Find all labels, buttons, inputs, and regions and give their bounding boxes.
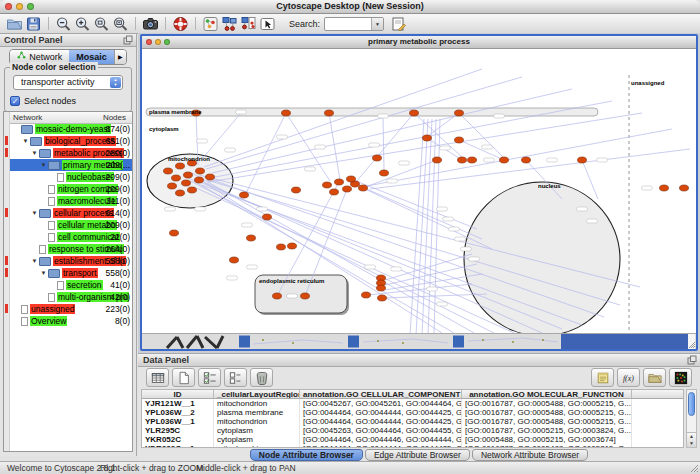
select-nodes-checkbox[interactable]: ✓: [10, 96, 20, 106]
network-graph[interactable]: plasma membranecytoplasmmitochondrionnuc…: [142, 49, 694, 334]
tree-row[interactable]: macromolecule311(0): [10, 195, 132, 207]
table-row[interactable]: YLR295Ccytoplasm[GO:0045263, GO:0044464,…: [142, 426, 683, 435]
search-dropdown-arrow[interactable]: ▼: [371, 18, 383, 30]
network-node[interactable]: [172, 175, 181, 181]
attribute-table-icon[interactable]: [146, 368, 169, 387]
network-node[interactable]: [282, 110, 291, 116]
float-panel-icon[interactable]: [687, 355, 697, 365]
matrix-icon[interactable]: [669, 368, 692, 387]
tree-row[interactable]: ▼biological_process651(0): [10, 135, 132, 147]
select-mode-icon[interactable]: [259, 16, 276, 32]
network-node[interactable]: [277, 244, 286, 250]
tab-node-attribute-browser[interactable]: Node Attribute Browser: [250, 449, 363, 461]
network-node[interactable]: [240, 192, 249, 198]
network-node[interactable]: [176, 163, 185, 169]
import-folder-icon[interactable]: [643, 368, 666, 387]
network-node[interactable]: [343, 186, 352, 192]
zoom-button[interactable]: [27, 3, 34, 10]
network-node[interactable]: [347, 176, 356, 182]
network-node[interactable]: [168, 183, 177, 189]
network-node[interactable]: [325, 110, 334, 116]
color-attribute-dropdown[interactable]: transporter activity ▲▼: [13, 75, 123, 90]
maximize-icon[interactable]: [164, 39, 170, 45]
float-panel-icon[interactable]: [123, 35, 133, 45]
network-node[interactable]: [660, 185, 669, 191]
network-node[interactable]: [247, 235, 256, 241]
close-button[interactable]: [5, 3, 12, 10]
network-edit-icon[interactable]: [221, 16, 238, 32]
network-node[interactable]: [184, 172, 193, 178]
network-node[interactable]: [263, 214, 272, 220]
network-node[interactable]: [468, 157, 477, 163]
tree-row[interactable]: ▼transport558(0): [10, 267, 132, 279]
network-node[interactable]: [380, 170, 389, 176]
tree-row[interactable]: unassigned223(0): [10, 303, 132, 315]
network-node[interactable]: [301, 293, 310, 299]
tree-row[interactable]: ▼primary metabo209(...: [10, 159, 132, 171]
tree-row[interactable]: ▼establishment of lo558(0): [10, 255, 132, 267]
network-node[interactable]: [578, 157, 587, 163]
tree-row[interactable]: nitrogen compo209(0): [10, 183, 132, 195]
tree-row[interactable]: Overview8(0): [10, 315, 132, 327]
delete-attribute-icon[interactable]: [250, 368, 273, 387]
network-node[interactable]: [433, 157, 442, 163]
network-overview-icon[interactable]: [240, 16, 257, 32]
scrollbar-arrows[interactable]: ▲▼: [687, 432, 696, 447]
table-row[interactable]: YPL036W__1mitochondrion[GO:0044464, GO:0…: [142, 417, 683, 426]
network-node[interactable]: [410, 110, 419, 116]
network-node[interactable]: [188, 187, 197, 193]
zoom-in-icon[interactable]: [74, 16, 91, 32]
table-row[interactable]: YKR052Ccytoplasm[GO:0044464, GO:0044446,…: [142, 435, 683, 444]
network-node[interactable]: [323, 182, 332, 188]
tree-row[interactable]: secretion41(0): [10, 279, 132, 291]
open-icon[interactable]: [6, 16, 23, 32]
network-canvas[interactable]: plasma membranecytoplasmmitochondrionnuc…: [142, 49, 696, 334]
vizmapper-icon[interactable]: [202, 16, 219, 32]
network-node[interactable]: [330, 189, 339, 195]
select-attributes-icon[interactable]: [198, 368, 221, 387]
network-window-titlebar[interactable]: primary metabolic process: [142, 36, 696, 49]
close-icon[interactable]: [146, 39, 152, 45]
tab-edge-attribute-browser[interactable]: Edge Attribute Browser: [365, 449, 470, 461]
network-node[interactable]: [455, 137, 464, 143]
zoom-fit-icon[interactable]: [112, 16, 129, 32]
tree-expand-arrow[interactable]: ▼: [30, 210, 39, 216]
network-node[interactable]: [206, 174, 215, 180]
search-input[interactable]: ▼: [324, 17, 384, 31]
window-titlebar[interactable]: Cytoscape Desktop (New Session): [0, 0, 700, 14]
network-node[interactable]: [195, 177, 204, 183]
tree-row[interactable]: response to stimulu264(0): [10, 243, 132, 255]
network-node[interactable]: [522, 157, 531, 163]
help-icon[interactable]: [172, 16, 189, 32]
table-scrollbar[interactable]: ▲▼: [686, 389, 697, 448]
tree-expand-arrow[interactable]: ▼: [30, 258, 39, 264]
network-node[interactable]: [423, 135, 432, 141]
tree-row[interactable]: cellular metabo209(0): [10, 219, 132, 231]
network-node[interactable]: [362, 292, 371, 298]
tree-row[interactable]: cell communicat22(0): [10, 231, 132, 243]
new-attribute-icon[interactable]: [172, 368, 195, 387]
network-node[interactable]: [458, 157, 467, 163]
notes-icon[interactable]: [591, 368, 614, 387]
network-node[interactable]: [273, 293, 282, 299]
tab-overflow-arrow[interactable]: ▶: [114, 50, 126, 64]
network-window[interactable]: primary metabolic process plasma membran…: [140, 34, 698, 351]
network-node[interactable]: [455, 110, 464, 116]
network-node[interactable]: [164, 168, 173, 174]
annotation-icon[interactable]: [390, 16, 407, 32]
network-node[interactable]: [196, 168, 205, 174]
tree-expand-arrow[interactable]: ▼: [21, 138, 30, 144]
resize-grip-icon[interactable]: [690, 464, 699, 473]
zoom-selected-icon[interactable]: [93, 16, 110, 32]
table-row[interactable]: YJR121W__1mitochondrion[GO:0045267, GO:0…: [142, 399, 683, 408]
tree-row[interactable]: nucleobase-209(0): [10, 171, 132, 183]
dropdown-stepper-icon[interactable]: ▲▼: [110, 77, 121, 88]
function-icon[interactable]: f(x): [617, 368, 640, 387]
tree-expand-arrow[interactable]: ▼: [39, 162, 48, 168]
tree-row[interactable]: ▼metabolic process280(0): [10, 147, 132, 159]
network-node[interactable]: [500, 157, 509, 163]
tree-row[interactable]: multi-organism pro42(0): [10, 291, 132, 303]
network-node[interactable]: [680, 185, 689, 191]
tree-expand-arrow[interactable]: ▼: [30, 150, 39, 156]
table-row[interactable]: YDR039C__1mitochondrion[GO:0044464, GO:0…: [142, 444, 683, 448]
